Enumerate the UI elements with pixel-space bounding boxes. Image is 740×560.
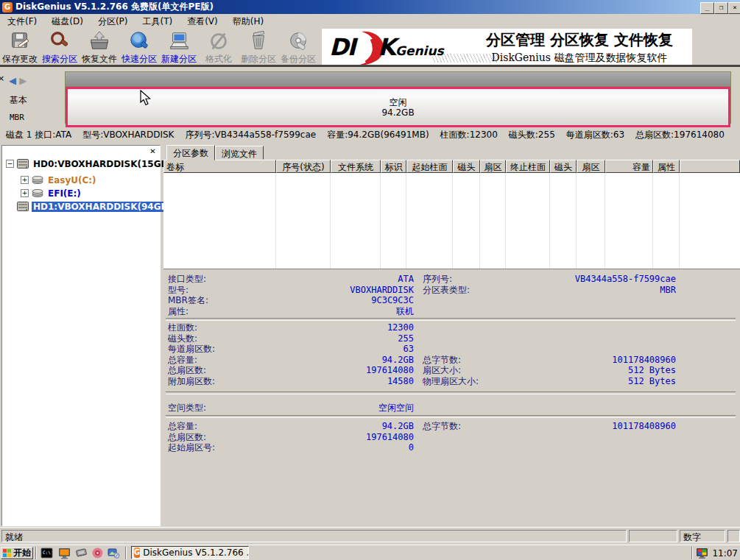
new-partition-button[interactable]: 新建分区 <box>159 29 199 67</box>
detail-panel: 分区参数 浏览文件 卷标 序号(状态) 文件系统 标识 起始柱面 磁头 扇区 终… <box>163 143 740 528</box>
diskgenius-logo-icon: G <box>134 547 140 558</box>
backup-partition-icon <box>287 30 309 52</box>
disk-map: 空闲 94.2GB <box>65 71 731 124</box>
format-icon <box>208 30 230 52</box>
search-partition-icon <box>49 30 71 52</box>
mouse-cursor <box>140 90 154 106</box>
restore-button[interactable]: ❐ <box>714 2 728 14</box>
cmd-icon[interactable]: C:\ <box>40 547 53 559</box>
delete-partition-button[interactable]: 删除分区 <box>239 29 278 67</box>
memory-chip-icon[interactable] <box>75 547 88 559</box>
partition-table-header: 卷标 序号(状态) 文件系统 标识 起始柱面 磁头 扇区 终止柱面 磁头 扇区 … <box>163 160 740 173</box>
column-header-filesystem[interactable]: 文件系统 <box>331 160 381 173</box>
delete-partition-icon <box>247 30 269 52</box>
diskmap-label-basic: 基本 <box>10 94 27 107</box>
menu-help[interactable]: 帮助(H) <box>225 14 271 29</box>
banner-headline: 分区管理 分区恢复 文件恢复 <box>473 30 686 50</box>
backup-partition-button[interactable]: 备份分区 <box>278 29 318 67</box>
product-banner: DI K Genius 分区管理 分区恢复 文件恢复 DiskGenius 磁盘… <box>322 29 692 67</box>
column-header-id[interactable]: 标识 <box>381 160 406 173</box>
diskgenius-window: G DiskGenius V5.1.2.766 免费版(单文件PE版) _ ❐ … <box>0 0 740 560</box>
system-tray: 11:07 <box>691 546 740 560</box>
free-space-block[interactable]: 空闲 94.2GB <box>66 87 730 127</box>
tree-item-label: EFI(E:) <box>46 188 82 199</box>
status-num-indicator: 数字 <box>680 530 725 542</box>
tree-close-icon[interactable]: ✕ <box>148 147 158 157</box>
recorder-icon[interactable] <box>91 547 104 559</box>
menu-view[interactable]: 查看(V) <box>180 14 225 29</box>
taskbar-divider <box>691 547 693 559</box>
taskbar-clock[interactable]: 11:07 <box>712 548 738 559</box>
tree-item-easyu[interactable]: + EasyU(C:) <box>21 174 98 186</box>
format-button[interactable]: 格式化 <box>199 29 239 67</box>
diskmap-close-icon[interactable]: × <box>0 74 4 83</box>
column-header-sector2[interactable]: 扇区 <box>577 160 605 173</box>
next-disk-icon[interactable]: ▶ <box>19 75 27 86</box>
diskgenius-banner-logo: DI K Genius <box>328 32 468 63</box>
save-changes-button[interactable]: 保存更改 <box>0 29 40 67</box>
column-header-volume-label[interactable]: 卷标 <box>163 160 276 173</box>
disk-nav-arrows: ◀ ▶ <box>9 75 27 86</box>
partition-table-body[interactable] <box>163 173 740 269</box>
collapse-icon[interactable]: − <box>6 160 14 168</box>
tree-item-label: HD1:VBOXHARDDISK(94GB) <box>32 202 173 212</box>
status-bar: 就绪 数字 <box>0 527 740 545</box>
column-header-capacity[interactable]: 容量 <box>605 160 653 173</box>
diskgenius-logo-icon: G <box>2 2 13 13</box>
column-header-start-cylinder[interactable]: 起始柱面 <box>406 160 453 173</box>
minimize-button[interactable]: _ <box>700 2 714 14</box>
quick-partition-button[interactable]: 快速分区 <box>119 29 159 67</box>
tree-item-hd0[interactable]: − HD0:VBOXHARDDISK(15GB) <box>6 157 173 170</box>
taskbar-diskgenius-button[interactable]: G DiskGenius V5.1.2.766 ... <box>131 546 249 559</box>
tree-item-hd1-selected[interactable]: HD1:VBOXHARDDISK(94GB) <box>17 200 173 213</box>
tab-browse-files[interactable]: 浏览文件 <box>215 146 264 160</box>
diskmap-label-mbr: MBR <box>10 113 24 122</box>
recover-files-button[interactable]: 恢复文件 <box>80 29 119 67</box>
banner-subline: DiskGenius 磁盘管理及数据恢复软件 <box>473 52 686 65</box>
menu-disk[interactable]: 磁盘(D) <box>44 14 91 29</box>
disk-map-header[interactable] <box>66 72 730 87</box>
prev-disk-icon[interactable]: ◀ <box>9 75 16 86</box>
taskbar-divider <box>125 547 127 559</box>
tree-item-label: EasyU(C:) <box>46 175 98 185</box>
toolbar-divider <box>0 65 740 67</box>
tab-partition-params[interactable]: 分区参数 <box>166 145 215 160</box>
hard-disk-icon <box>17 202 29 211</box>
disk-info-line: 磁盘 1 接口:ATA型号:VBOXHARDDISK序列号:VB4344a558… <box>6 129 739 141</box>
search-partition-button[interactable]: 搜索分区 <box>40 29 80 67</box>
column-header-filler <box>680 160 740 173</box>
column-header-attributes[interactable]: 属性 <box>653 160 680 173</box>
display-icon[interactable] <box>58 547 71 559</box>
expand-icon[interactable]: + <box>21 176 29 184</box>
disk-details: 接口类型:ATA 型号:VBOXHARDDISK MBR签名:9C3C9C3C … <box>163 269 740 528</box>
svg-text:C:\: C:\ <box>43 550 51 555</box>
column-header-end-cylinder[interactable]: 终止柱面 <box>506 160 550 173</box>
display-settings-icon[interactable] <box>696 547 708 559</box>
taskbar-divider <box>35 547 37 559</box>
details-separator <box>166 415 736 418</box>
tree-item-label: HD0:VBOXHARDDISK(15GB) <box>32 159 173 169</box>
details-separator <box>166 318 736 321</box>
menu-tools[interactable]: 工具(T) <box>135 14 180 29</box>
column-header-index-status[interactable]: 序号(状态) <box>276 160 331 173</box>
menu-file[interactable]: 文件(F) <box>0 14 44 29</box>
hard-disk-icon <box>17 159 29 169</box>
partition-icon <box>32 176 43 184</box>
close-button[interactable]: × <box>728 2 740 14</box>
imaging-tool-icon[interactable] <box>108 547 120 559</box>
save-changes-icon <box>9 30 31 52</box>
menu-partition[interactable]: 分区(P) <box>91 14 135 29</box>
menu-bar: 文件(F) 磁盘(D) 分区(P) 工具(T) 查看(V) 帮助(H) <box>0 14 740 29</box>
column-header-sector[interactable]: 扇区 <box>480 160 506 173</box>
new-partition-icon <box>168 30 190 52</box>
expand-icon[interactable]: + <box>21 189 29 197</box>
column-header-head2[interactable]: 磁头 <box>550 160 577 173</box>
start-button[interactable]: 开始 <box>1 547 33 559</box>
tree-item-efi[interactable]: + EFI(E:) <box>21 187 82 199</box>
free-space-size: 94.2GB <box>381 107 414 118</box>
quick-partition-icon <box>128 30 150 52</box>
recover-files-icon <box>88 30 110 52</box>
column-header-head[interactable]: 磁头 <box>453 160 480 173</box>
banner-text: 分区管理 分区恢复 文件恢复 DiskGenius 磁盘管理及数据恢复软件 <box>473 30 686 65</box>
status-panel-empty <box>629 530 677 542</box>
